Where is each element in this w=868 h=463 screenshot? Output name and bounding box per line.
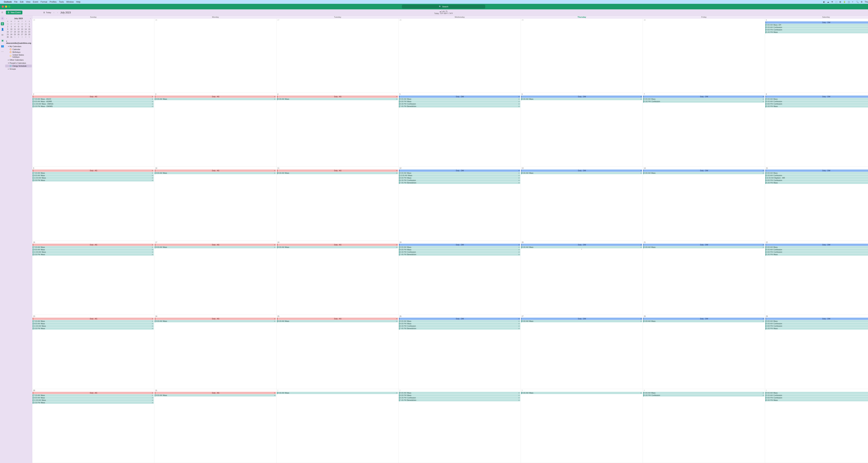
calendar-group[interactable]: ▸Groups: [5, 67, 32, 70]
calendar-event[interactable]: 7:45 PMBenediction⟳: [399, 327, 520, 330]
menu-view[interactable]: View: [26, 1, 30, 3]
spotlight-icon[interactable]: 🔍: [856, 1, 859, 3]
calendar-event[interactable]: 4:00 PMConfession⟳: [766, 251, 868, 253]
calendar-event[interactable]: 11:00 AMMass⟳: [33, 177, 154, 179]
mini-day[interactable]: 22: [27, 31, 31, 33]
day-cell[interactable]: 29Duty - DW⟳9:00 AMMass⟳9:30 AMConfessio…: [765, 315, 868, 389]
calendar-event[interactable]: 6:00 PMMass⟳: [399, 100, 520, 103]
calendar-event[interactable]: 9:00 AMMass⟳: [33, 249, 154, 251]
menu-profiles[interactable]: Profiles: [50, 1, 57, 3]
prev-month-button[interactable]: ‹: [53, 11, 55, 13]
allday-event[interactable]: Duty - DW⟳: [399, 318, 520, 320]
allday-event[interactable]: Duty - DW⟳: [766, 21, 868, 24]
calendar-event[interactable]: 9:00 AMMass⟳: [521, 172, 642, 174]
calendar-event[interactable]: 7:45 PMBenediction⟳: [399, 253, 520, 256]
allday-event[interactable]: Duty - DW⟳: [643, 169, 764, 172]
day-cell[interactable]: 27Duty - DW⟳9:00 AMMass⟳: [521, 315, 643, 389]
day-cell[interactable]: 5Duty - DW⟳9:00 AMMass⟳6:00 PMMass⟳6:30 …: [399, 93, 521, 167]
rail-mail-icon[interactable]: ✉: [1, 33, 4, 36]
calendar-event[interactable]: 9:30 AMConfession⟳: [766, 174, 868, 177]
calendar-event[interactable]: 6:30 PMConfession⟳: [399, 251, 520, 253]
allday-event[interactable]: Duty - AS⟳: [277, 95, 398, 98]
calendar-item[interactable]: Clergy Schedule: [5, 65, 32, 67]
calendar-event[interactable]: 9:00 AMMass - AS/MR⟳: [33, 100, 154, 103]
calendar-event[interactable]: 9:00 AMMass⟳: [399, 98, 520, 100]
allday-event[interactable]: Duty - DW⟳: [643, 95, 764, 98]
today-button[interactable]: 🗓 Today: [43, 11, 51, 13]
day-cell[interactable]: 7Duty - DW⟳9:00 AMMass⟳9:30 PMConfession…: [643, 93, 765, 167]
calendar-event[interactable]: 9:00 AMMass⟳: [399, 246, 520, 248]
day-cell[interactable]: 3Duty - AS⟳9:00 AMMass⟳: [154, 93, 276, 167]
mini-day[interactable]: 26: [9, 23, 13, 25]
calendar-event[interactable]: 5:30 PMMass⟳: [33, 253, 154, 256]
calendar-event[interactable]: 10:30 AMBaptism - MR⟳: [766, 177, 868, 179]
menubar-date[interactable]: Thu Apr 27: [865, 1, 868, 3]
mini-day[interactable]: 7: [24, 26, 28, 28]
calendar-event[interactable]: 5:30 PMMass - DW/MG⟳: [33, 105, 154, 107]
calendar-event[interactable]: 9:00 AMMass⟳: [643, 172, 764, 174]
mini-day[interactable]: 4: [13, 26, 17, 28]
calendar-event[interactable]: 9:00 AMMass⟳: [643, 98, 764, 100]
day-cell[interactable]: 28Duty - DW⟳9:00 AMMass⟳: [643, 315, 765, 389]
allday-event[interactable]: Duty - DW⟳: [399, 244, 520, 246]
hamburger-icon[interactable]: ☰: [1, 11, 4, 13]
day-cell[interactable]: 19Duty - DW⟳9:00 AMMass⟳6:00 PMMass⟳6:30…: [399, 241, 521, 315]
day-cell[interactable]: 9Duty - AS⟳7:30 AMMass⟳9:00 AMMass⟳11:00…: [32, 167, 154, 241]
calendar-event[interactable]: 7:30 AMMass⟳: [33, 320, 154, 322]
allday-event[interactable]: Duty - DW⟳: [521, 169, 642, 172]
calendar-event[interactable]: 9:00 AMMass⟳: [643, 246, 764, 248]
mini-day[interactable]: 26: [17, 33, 20, 36]
mini-day[interactable]: 19: [17, 31, 20, 33]
calendar-group[interactable]: ▾My Calendars: [5, 45, 32, 48]
dropbox-icon[interactable]: ⬚: [835, 1, 837, 3]
rail-home-icon[interactable]: ⊕: [1, 17, 4, 20]
calendar-event[interactable]: 9:00 AMMass⟳: [277, 392, 398, 394]
calendar-event[interactable]: 5:30 PMMass⟳: [33, 179, 154, 182]
day-cell[interactable]: 28: [399, 19, 521, 93]
mini-day[interactable]: 13: [20, 28, 24, 30]
calendar-event[interactable]: 9:00 AMMass⟳: [155, 172, 276, 174]
allday-event[interactable]: Duty - DW⟳: [521, 244, 642, 246]
menu-format[interactable]: Format: [41, 1, 47, 3]
next-month-button[interactable]: ›: [57, 11, 59, 13]
day-cell[interactable]: 25: [32, 19, 154, 93]
calendar-event[interactable]: 9:00 AMMass⟳: [155, 394, 276, 397]
menu-event[interactable]: Event: [33, 1, 38, 3]
calendar-event[interactable]: 9:00 AMMass⟳: [521, 392, 642, 394]
day-cell[interactable]: 21Duty - DW⟳9:00 AMMass⟳: [643, 241, 765, 315]
calendar-event[interactable]: 5:30 PMMass⟳: [766, 105, 868, 107]
calendar-event[interactable]: 9:00 AMMass⟳: [33, 322, 154, 325]
control-center-icon[interactable]: ⚙: [861, 1, 863, 3]
allday-event[interactable]: Duty - AS⟳: [277, 318, 398, 320]
calendar-event[interactable]: 4:00 PMConfession⟳: [766, 397, 868, 399]
calendar-event[interactable]: 9:30 PMConfession⟳: [643, 394, 764, 397]
calendar-event[interactable]: 6:30 PMConfession⟳: [399, 325, 520, 327]
calendar-event[interactable]: 4:00 PMConfession⟳: [766, 325, 868, 327]
screen-icon[interactable]: ▢: [848, 1, 850, 3]
mini-day[interactable]: 16: [6, 31, 9, 33]
calendar-event[interactable]: 7:45 PMBenediction⟳: [399, 105, 520, 107]
rail-people-icon[interactable]: 👤: [1, 28, 4, 31]
mini-day[interactable]: 5: [27, 36, 31, 38]
calendar-event[interactable]: 4:00 PMConfession⟳: [766, 179, 868, 182]
mini-day[interactable]: 31: [9, 36, 13, 38]
calendar-event[interactable]: 9:00 AMMass⟳: [155, 246, 276, 248]
calendar-event[interactable]: 7:30 AMMass⟳: [33, 394, 154, 397]
mini-day[interactable]: 8: [27, 26, 31, 28]
mini-day[interactable]: 27: [20, 33, 24, 36]
mini-day[interactable]: 28: [24, 33, 28, 36]
new-event-button[interactable]: 🗓 New Event: [6, 10, 22, 14]
mini-prev-button[interactable]: ‹: [6, 18, 7, 20]
calendar-event[interactable]: 9:30 AMConfession⟳: [766, 322, 868, 325]
mini-day[interactable]: 29: [20, 23, 24, 25]
day-cell[interactable]: 31Duty - AS⟳9:00 AMMass⟳: [154, 389, 276, 463]
calendar-event[interactable]: 5:30 PMMass⟳: [33, 402, 154, 404]
mini-day[interactable]: 24: [9, 33, 13, 36]
day-cell[interactable]: 26: [154, 19, 276, 93]
day-cell[interactable]: 20Duty - DW⟳9:00 AMMass⟳▾: [521, 241, 643, 315]
mini-day[interactable]: 1: [13, 36, 17, 38]
calendar-group[interactable]: ▾People's Calendars: [5, 61, 32, 65]
calendar-event[interactable]: 5:30 PMMass⟳: [766, 327, 868, 330]
day-cell[interactable]: 22Duty - DW⟳9:00 AMMass⟳9:30 AMConfessio…: [765, 241, 868, 315]
calendar-event[interactable]: 9:00 AMMass⟳: [521, 320, 642, 322]
